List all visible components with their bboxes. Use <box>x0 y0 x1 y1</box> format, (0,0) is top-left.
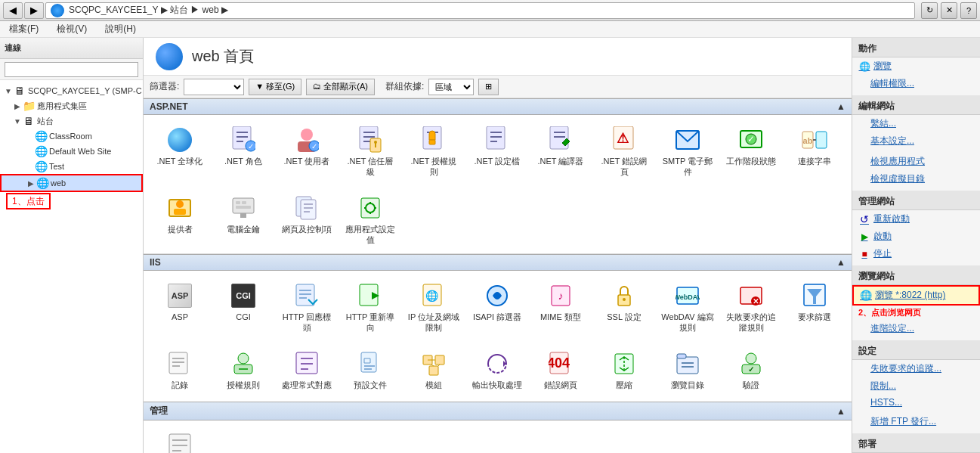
action-failtrace[interactable]: 失敗要求的追蹤... <box>852 360 980 377</box>
icon-net-debug[interactable]: ⚠ .NET 錯誤網頁 <box>594 121 654 183</box>
svg-text:✓: ✓ <box>248 142 254 150</box>
back-button[interactable]: ◀ <box>3 2 23 19</box>
action-basicconfig[interactable]: 基本設定... <box>852 132 980 150</box>
tree-item-apppool[interactable]: ▶ 📁 應用程式集區 <box>0 98 143 113</box>
icon-isapi[interactable]: ISAPI 篩選器 <box>467 277 527 339</box>
icon-net-config[interactable]: .NET 設定檔 <box>467 121 527 183</box>
svg-rect-73 <box>169 352 187 374</box>
section-manage-collapse[interactable]: ▲ <box>836 406 846 417</box>
icon-ssl[interactable]: SSL 設定 <box>594 277 654 339</box>
icon-connstr[interactable]: ab 連接字串 <box>784 121 845 183</box>
icon-appconfig[interactable]: 應用程式設定值 <box>340 189 400 251</box>
svg-rect-18 <box>429 140 435 144</box>
icon-compress[interactable]: 壓縮 <box>594 345 654 396</box>
tree-item-web[interactable]: ▶ 🌐 web <box>0 174 143 192</box>
action-stop[interactable]: ■ 停止 <box>852 245 980 262</box>
ssl-icon <box>611 282 638 309</box>
authz2-icon <box>230 350 257 377</box>
handler-label: 處理常式對應 <box>282 380 332 390</box>
icon-net-trust[interactable]: .NET 信任層級 <box>340 121 400 183</box>
tree-item-defaultweb[interactable]: ▶ 🌐 Default Web Site <box>0 144 143 159</box>
action-addftp[interactable]: 新增 FTP 發行... <box>852 413 980 430</box>
icon-request-filter[interactable]: 要求篩選 <box>784 277 845 339</box>
goto-label: ▼ 移至(G) <box>255 81 295 92</box>
action-viewapp[interactable]: 檢視應用程式 <box>852 153 980 170</box>
icon-http-response[interactable]: HTTP 回應標頭 <box>277 277 337 339</box>
menu-view[interactable]: 檢視(V) <box>54 21 90 37</box>
goto-button[interactable]: ▼ 移至(G) <box>249 79 301 95</box>
icon-error-page[interactable]: 404 錯誤網頁 <box>530 345 591 396</box>
tree-label-test: Test <box>49 162 64 171</box>
action-browse[interactable]: 🌐 瀏覽 <box>852 57 980 75</box>
help-button[interactable]: ? <box>960 2 977 19</box>
icon-config-editor[interactable]: 設定編輯器 <box>150 427 210 453</box>
action-viewdir[interactable]: 檢視虛擬目錄 <box>852 170 980 188</box>
icon-default-doc[interactable]: 預設文件 <box>340 345 400 396</box>
stop-button[interactable]: ✕ <box>941 2 957 19</box>
icon-cgi[interactable]: CGI CGI <box>213 277 274 339</box>
group-dropdown[interactable]: 區域 <box>428 79 474 95</box>
right-section-view: 檢視應用程式 檢視虛擬目錄 <box>852 153 980 188</box>
action-restart[interactable]: ↺ 重新啟動 <box>852 210 980 228</box>
tree-item-test[interactable]: ▶ 🌐 Test <box>0 159 143 174</box>
action-start[interactable]: ▶ 啟動 <box>852 228 980 245</box>
tree-item-sites[interactable]: ▼ 🖥 站台 <box>0 113 143 129</box>
icon-mime[interactable]: ♪ MIME 類型 <box>530 277 591 339</box>
action-advanced[interactable]: 進階設定... <box>852 320 980 337</box>
icon-browse-dir[interactable]: 瀏覽目錄 <box>657 345 718 396</box>
action-binding[interactable]: 繫結... <box>852 115 980 132</box>
view-button[interactable]: ⊞ <box>478 79 499 95</box>
tree-label-classroom: ClassRoom <box>49 132 92 141</box>
icon-net-role[interactable]: ✓ .NET 角色 <box>213 121 274 183</box>
tree-toggle[interactable]: ▼ <box>3 85 14 96</box>
icon-asp[interactable]: ASP ASP <box>150 277 210 339</box>
section-iis-collapse[interactable]: ▲ <box>836 257 846 268</box>
icon-ip-restrict[interactable]: 🌐 IP 位址及網域限制 <box>403 277 464 339</box>
tree-toggle-sites[interactable]: ▼ <box>12 116 23 126</box>
icon-computerkey[interactable]: 電腦金鑰 <box>213 189 274 251</box>
action-editperm[interactable]: 編輯權限... <box>852 75 980 92</box>
icon-pages[interactable]: 網頁及控制項 <box>277 189 337 251</box>
filter-dropdown[interactable] <box>184 79 244 95</box>
annotation-2-text: 2、点击浏览网页 <box>858 308 921 317</box>
section-collapse-icon[interactable]: ▲ <box>836 101 846 112</box>
showall-button[interactable]: 🗂 全部顯示(A) <box>306 79 375 95</box>
menu-help[interactable]: 說明(H) <box>102 21 139 37</box>
tree-toggle-apppool[interactable]: ▶ <box>12 101 23 111</box>
action-limits[interactable]: 限制... <box>852 377 980 395</box>
net-config-label: .NET 設定檔 <box>475 156 521 166</box>
icon-output-cache[interactable]: 輸出快取處理 <box>467 345 527 396</box>
center-panel: web 首頁 篩選器: ▼ 移至(G) 🗂 全部顯示(A) 群組依據: 區域 ⊞ <box>144 38 852 453</box>
svg-text:🌐: 🌐 <box>425 290 439 303</box>
connection-search-input[interactable] <box>5 62 138 77</box>
icon-net-global[interactable]: .NET 全球化 <box>150 121 210 183</box>
icon-net-user[interactable]: ✓ .NET 使用者 <box>277 121 337 183</box>
menu-file[interactable]: 檔案(F) <box>6 21 42 37</box>
forward-button[interactable]: ▶ <box>24 2 44 19</box>
right-section-editsite: 編輯網站 繫結... 基本設定... <box>852 95 980 150</box>
icon-validate[interactable]: ✓ 驗證 <box>721 345 781 396</box>
action-browse8022[interactable]: 🌐 瀏覽 *:8022 (http) <box>852 285 980 306</box>
icon-webdav[interactable]: WebDAV WebDAV 編寫規則 <box>657 277 718 339</box>
icon-provider[interactable]: 提供者 <box>150 189 210 251</box>
tree-item-root[interactable]: ▼ 🖥 SCQPC_KAYCEE1_Y (SMP-C <box>0 83 143 98</box>
icon-net-authz[interactable]: .NET 授權規則 <box>403 121 464 183</box>
icon-authz2[interactable]: 授權規則 <box>213 345 274 396</box>
icon-module[interactable]: 模組 <box>403 345 464 396</box>
svg-rect-42 <box>236 206 251 209</box>
tree-toggle-web[interactable]: ▶ <box>26 178 36 188</box>
icon-net-edit[interactable]: .NET 編譯器 <box>530 121 591 183</box>
provider-icon <box>166 194 193 222</box>
handler-icon <box>293 350 320 377</box>
icon-smtp[interactable]: SMTP 電子郵件 <box>657 121 718 183</box>
refresh-button[interactable]: ↻ <box>921 2 938 19</box>
action-hsts[interactable]: HSTS... <box>852 395 980 410</box>
icon-handler[interactable]: 處理常式對應 <box>277 345 337 396</box>
icon-http-redirect[interactable]: HTTP 重新導向 <box>340 277 400 339</box>
icon-workstate[interactable]: ✓ 工作階段狀態 <box>721 121 781 183</box>
svg-rect-88 <box>435 355 444 365</box>
icon-log[interactable]: 記錄 <box>150 345 210 396</box>
right-section-deploy: 部署 ↗ 匯出應用程式... ↙ 匯入應用程式... <box>852 433 980 453</box>
tree-item-classroom[interactable]: ▶ 🌐 ClassRoom <box>0 129 143 144</box>
icon-fail-request[interactable]: ✕ 失敗要求的追蹤規則 <box>721 277 781 339</box>
